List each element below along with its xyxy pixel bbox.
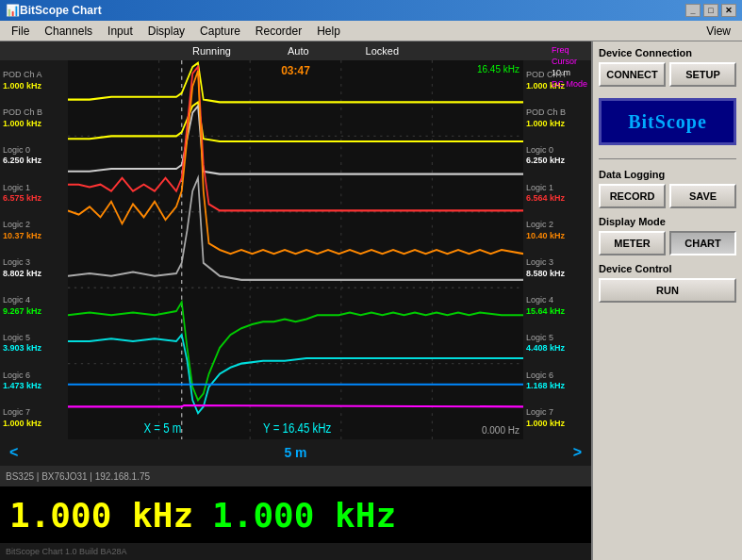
right-ch-logic7: Logic 7 1.000 kHz [526,407,588,429]
right-ch-logic2: Logic 2 10.40 kHz [526,220,588,241]
display-mode-section: Display Mode METER CHART [599,216,736,255]
menubar: File Channels Input Display Capture Reco… [0,21,742,41]
left-ch-logic3: Logic 3 8.802 kHz [3,257,65,279]
freq-display: 1.000 kHz 1.000 kHz Freq Cursor 10 m DC … [0,486,591,543]
left-ch-logic6: Logic 6 1.473 kHz [3,371,65,392]
right-ch-logic3: Logic 3 8.580 kHz [526,257,588,279]
display-mode-buttons: METER CHART [599,231,736,255]
device-control-section: Device Control RUN [599,263,736,303]
chart-canvas[interactable]: 03:47 16.45 kHz 0.000 Hz [68,60,523,439]
menu-recorder[interactable]: Recorder [248,23,309,40]
version-bar: BitScope Chart 1.0 Build BA28A [0,543,591,560]
chart-with-labels: POD Ch A 1.000 kHz POD Ch B 1.000 kHz Lo… [0,60,591,439]
status-locked: Locked [366,45,399,57]
right-ch-logic1: Logic 1 6.564 kHz [526,183,588,205]
device-connection-title: Device Connection [599,47,736,58]
right-ch-logic5: Logic 5 4.408 kHz [526,333,588,354]
display-mode-title: Display Mode [599,216,736,227]
right-panel: Device Connection CONNECT SETUP BitScope… [591,41,742,560]
side-info-freq: Freq [552,45,587,55]
left-ch-podb: POD Ch B 1.000 kHz [3,107,65,129]
data-logging-section: Data Logging RECORD SAVE [599,169,736,208]
left-labels: POD Ch A 1.000 kHz POD Ch B 1.000 kHz Lo… [0,60,68,439]
device-control-title: Device Control [599,263,736,274]
svg-text:Y = 16.45 kHz: Y = 16.45 kHz [263,420,331,436]
meter-button[interactable]: METER [599,231,666,255]
svg-rect-0 [68,60,523,439]
nav-bar: < 5 m > [0,439,591,466]
chart-freq-bottom: 0.000 Hz [482,425,519,436]
data-logging-title: Data Logging [599,169,736,180]
titlebar: 📊 BitScope Chart _ □ ✕ [0,0,742,21]
right-ch-logic0: Logic 0 6.250 kHz [526,145,588,167]
divider-1 [599,158,736,159]
device-control-buttons: RUN [599,278,736,303]
record-button[interactable]: RECORD [599,184,666,208]
right-ch-podb: POD Ch B 1.000 kHz [526,107,588,129]
title-text: BitScope Chart [20,4,102,17]
nav-right-button[interactable]: > [573,444,582,461]
chart-button[interactable]: CHART [669,231,736,255]
menu-help[interactable]: Help [309,23,348,40]
left-ch-poda: POD Ch A 1.000 kHz [3,70,65,91]
menu-capture[interactable]: Capture [192,23,248,40]
status-running: Running [192,45,231,57]
freq-display-2: 1.000 kHz [212,496,396,535]
save-button[interactable]: SAVE [669,184,736,208]
connect-button[interactable]: CONNECT [599,62,666,87]
status-auto: Auto [288,45,309,57]
right-labels: POD Ch A 1.000 kHz POD Ch B 1.000 kHz Lo… [523,60,591,439]
side-info-cursor: Cursor [552,57,587,66]
freq-display-1: 1.000 kHz [9,496,193,535]
menu-display[interactable]: Display [140,23,192,40]
left-ch-logic0: Logic 0 6.250 kHz [3,145,65,167]
menu-channels[interactable]: Channels [37,23,100,40]
chart-svg: X = 5 m Y = 16.45 kHz [68,60,523,439]
chart-freq-top: 16.45 kHz [477,64,519,74]
status-bar: Running Auto Locked [0,41,591,60]
left-ch-logic2: Logic 2 10.37 kHz [3,220,65,241]
nav-timescale: 5 m [284,445,306,460]
view-label: View [706,25,738,38]
run-button[interactable]: RUN [599,278,736,303]
window-controls: _ □ ✕ [685,4,736,17]
minimize-button[interactable]: _ [685,4,701,17]
menu-input[interactable]: Input [100,23,140,40]
left-ch-logic5: Logic 5 3.903 kHz [3,333,65,354]
left-ch-logic7: Logic 7 1.000 kHz [3,407,65,429]
close-button[interactable]: ✕ [721,4,736,17]
version-text: BitScope Chart 1.0 Build BA28A [6,547,127,556]
maximize-button[interactable]: □ [703,4,718,17]
setup-button[interactable]: SETUP [669,62,736,87]
side-info-dc: DC Mode [552,79,587,89]
svg-text:X = 5 m: X = 5 m [144,420,182,436]
side-info-panel: Freq Cursor 10 m DC Mode [552,45,587,89]
main-layout: Running Auto Locked POD Ch A 1.000 kHz P… [0,41,742,560]
data-logging-buttons: RECORD SAVE [599,184,736,208]
device-connection-section: Device Connection CONNECT SETUP [599,47,736,87]
menu-file[interactable]: File [4,23,37,40]
chart-timestamp: 03:47 [281,64,310,77]
left-ch-logic4: Logic 4 9.267 kHz [3,295,65,317]
right-ch-logic6: Logic 6 1.168 kHz [526,371,588,392]
device-info: BS325 | BX76JO31 | 192.168.1.75 [6,471,150,482]
info-bar: BS325 | BX76JO31 | 192.168.1.75 [0,466,591,486]
title-icon: 📊 [6,4,20,17]
nav-left-button[interactable]: < [9,444,18,461]
device-connection-buttons: CONNECT SETUP [599,62,736,87]
right-ch-logic4: Logic 4 15.64 kHz [526,295,588,317]
side-info-cursor-val: 10 m [552,68,587,77]
bitscope-logo: BitScope [599,98,736,145]
left-ch-logic1: Logic 1 6.575 kHz [3,183,65,205]
chart-area: Running Auto Locked POD Ch A 1.000 kHz P… [0,41,591,560]
